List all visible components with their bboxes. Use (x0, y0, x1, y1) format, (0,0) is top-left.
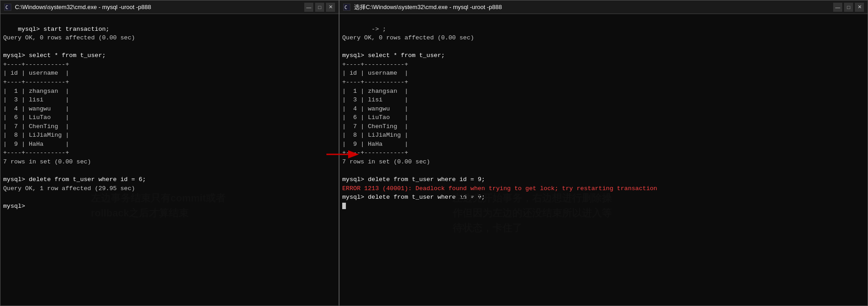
right-window-title: 选择C:\Windows\system32\cmd.exe - mysql -u… (354, 3, 502, 11)
right-annotation: 左边先开始事务，右边想进行删除操作但因为左边的还没结束所以进入等待状态，卡住了 (453, 191, 612, 235)
left-minimize-button[interactable]: — (304, 3, 313, 12)
right-title-bar: C 选择C:\Windows\system32\cmd.exe - mysql … (340, 0, 868, 14)
left-terminal-content: mysql> start transaction; Query OK, 0 ro… (0, 14, 339, 306)
right-cmd-icon: C (343, 4, 350, 11)
right-window-controls[interactable]: — □ ✕ (833, 3, 864, 12)
left-title-bar: C C:\Windows\system32\cmd.exe - mysql -u… (0, 0, 339, 14)
left-close-button[interactable]: ✕ (326, 3, 335, 12)
right-title-bar-left: C 选择C:\Windows\system32\cmd.exe - mysql … (343, 3, 502, 11)
left-cmd-icon: C (4, 4, 11, 11)
left-window-controls[interactable]: — □ ✕ (304, 3, 335, 12)
left-annotation: 左边事务结束只有commit或者rollback之后才算结束 (91, 191, 226, 220)
arrow-icon (326, 146, 362, 163)
right-maximize-button[interactable]: □ (844, 3, 853, 12)
left-title-bar-left: C C:\Windows\system32\cmd.exe - mysql -u… (4, 4, 151, 11)
left-window-title: C:\Windows\system32\cmd.exe - mysql -uro… (15, 4, 151, 10)
right-minimize-button[interactable]: — (833, 3, 842, 12)
left-terminal-window: C C:\Windows\system32\cmd.exe - mysql -u… (0, 0, 339, 306)
left-content-text: mysql> start transaction; Query OK, 0 ro… (3, 26, 146, 210)
right-terminal-window: C 选择C:\Windows\system32\cmd.exe - mysql … (339, 0, 868, 306)
svg-text:C: C (5, 5, 8, 10)
right-terminal-content: -> ; Query OK, 0 rows affected (0.00 sec… (340, 14, 868, 306)
left-maximize-button[interactable]: □ (315, 3, 324, 12)
right-close-button[interactable]: ✕ (855, 3, 864, 12)
right-content-text: -> ; Query OK, 0 rows affected (0.00 sec… (342, 26, 657, 210)
svg-text:C: C (344, 5, 347, 10)
